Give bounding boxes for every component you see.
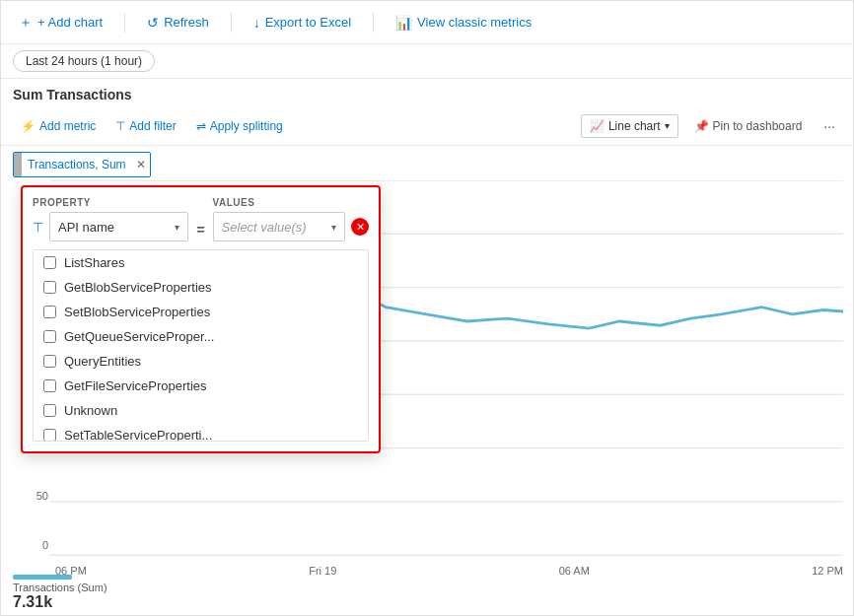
export-excel-button[interactable]: ↓ Export to Excel xyxy=(248,11,357,34)
pin-dashboard-button[interactable]: 📌 Pin to dashboard xyxy=(686,115,811,137)
dropdown-list-item[interactable]: SetTableServiceProperti... xyxy=(34,423,368,442)
refresh-label: Refresh xyxy=(164,15,209,30)
legend-color-bar xyxy=(13,575,72,580)
values-select[interactable]: Select value(s) ▾ xyxy=(213,212,345,241)
values-label: VALUES xyxy=(213,197,369,208)
divider-2 xyxy=(231,13,232,33)
chart-toolbar-left: ⚡ Add metric ⊤ Add filter ⇌ Apply splitt… xyxy=(13,115,577,137)
dropdown-list-item[interactable]: Unknown xyxy=(34,398,368,423)
pin-dashboard-label: Pin to dashboard xyxy=(713,119,803,133)
add-filter-button[interactable]: ⊤ Add filter xyxy=(107,115,183,137)
dropdown-item-label: GetFileServiceProperties xyxy=(64,378,207,393)
line-chart-label: Line chart xyxy=(608,119,661,133)
refresh-icon: ↺ xyxy=(147,15,159,31)
x-label-12pm: 12 PM xyxy=(812,565,843,577)
dropdown-checkbox[interactable] xyxy=(43,281,56,294)
main-container: ＋ + Add chart ↺ Refresh ↓ Export to Exce… xyxy=(0,0,854,616)
chart-content: Transactions, Sum ✕ PROPERTY ⊤ API name … xyxy=(1,146,853,615)
add-chart-label: + Add chart xyxy=(37,15,103,30)
dropdown-list: ListSharesGetBlobServicePropertiesSetBlo… xyxy=(33,249,369,442)
popup-header-row: PROPERTY ⊤ API name ▾ = VALUES Select xyxy=(33,197,369,241)
export-icon: ↓ xyxy=(253,15,260,31)
filter-chip-color xyxy=(14,152,22,177)
dropdown-list-item[interactable]: GetQueueServiceProper... xyxy=(34,324,368,349)
chart-toolbar: ⚡ Add metric ⊤ Add filter ⇌ Apply splitt… xyxy=(1,106,853,146)
ellipsis-icon: ··· xyxy=(823,118,835,134)
dropdown-item-label: ListShares xyxy=(64,255,124,270)
filter-chip-close-button[interactable]: ✕ xyxy=(132,158,150,171)
property-label: PROPERTY xyxy=(33,197,188,208)
property-value-text: API name xyxy=(58,220,114,235)
legend-value: 7.31k xyxy=(13,593,107,611)
divider-1 xyxy=(124,13,125,33)
dropdown-list-item[interactable]: GetFileServiceProperties xyxy=(34,374,368,398)
equals-sign: = xyxy=(196,222,204,238)
dropdown-item-label: Unknown xyxy=(64,403,117,418)
more-button[interactable]: ··· xyxy=(818,114,841,138)
legend-item-transactions: Transactions (Sum) 7.31k xyxy=(13,575,107,611)
apply-splitting-label: Apply splitting xyxy=(210,119,283,133)
dropdown-item-label: GetQueueServiceProper... xyxy=(64,329,214,344)
plus-icon: ＋ xyxy=(19,14,33,32)
time-range-button[interactable]: Last 24 hours (1 hour) xyxy=(13,50,155,72)
view-classic-label: View classic metrics xyxy=(417,15,532,30)
dropdown-list-item[interactable]: GetBlobServiceProperties xyxy=(34,275,368,300)
y-label-50: 50 xyxy=(9,490,48,502)
dropdown-list-item[interactable]: ListShares xyxy=(34,250,368,275)
dropdown-checkbox[interactable] xyxy=(43,404,56,417)
dropdown-item-label: QueryEntities xyxy=(64,354,141,369)
chart-title: Sum Transactions xyxy=(1,79,853,106)
dropdown-checkbox[interactable] xyxy=(43,330,56,343)
filter-bar: Transactions, Sum ✕ xyxy=(1,146,853,183)
values-chevron-icon: ▾ xyxy=(331,222,336,233)
popup-filter-icon: ⊤ xyxy=(33,220,43,235)
apply-splitting-button[interactable]: ⇌ Apply splitting xyxy=(188,115,291,137)
values-section: VALUES Select value(s) ▾ ✕ xyxy=(213,197,369,241)
popup-close-button[interactable]: ✕ xyxy=(351,218,369,236)
legend-title: Transactions (Sum) xyxy=(13,582,107,593)
dropdown-item-label: SetTableServiceProperti... xyxy=(64,428,212,442)
filter-chip-label: Transactions, Sum xyxy=(22,158,132,171)
filter-chip: Transactions, Sum ✕ xyxy=(13,152,151,177)
metrics-icon: 📊 xyxy=(395,15,412,31)
chevron-down-icon: ▾ xyxy=(665,120,670,131)
view-classic-button[interactable]: 📊 View classic metrics xyxy=(390,11,537,34)
add-metric-button[interactable]: ⚡ Add metric xyxy=(13,115,104,137)
pin-icon: 📌 xyxy=(694,119,709,133)
add-chart-button[interactable]: ＋ + Add chart xyxy=(13,10,108,35)
dropdown-item-label: GetBlobServiceProperties xyxy=(64,280,212,295)
dropdown-checkbox[interactable] xyxy=(43,306,56,318)
add-filter-label: Add filter xyxy=(129,119,176,133)
filter-dropdown-popup: PROPERTY ⊤ API name ▾ = VALUES Select xyxy=(21,185,381,453)
line-chart-button[interactable]: 📈 Line chart ▾ xyxy=(581,114,678,138)
chart-toolbar-right: 📈 Line chart ▾ 📌 Pin to dashboard ··· xyxy=(581,114,841,138)
dropdown-checkbox[interactable] xyxy=(43,429,56,442)
filter-icon: ⊤ xyxy=(115,119,125,133)
top-toolbar: ＋ + Add chart ↺ Refresh ↓ Export to Exce… xyxy=(1,1,853,44)
export-excel-label: Export to Excel xyxy=(265,15,351,30)
dropdown-checkbox[interactable] xyxy=(43,355,56,368)
dropdown-checkbox[interactable] xyxy=(43,379,56,392)
line-chart-icon: 📈 xyxy=(590,119,605,133)
chart-legend: Transactions (Sum) 7.31k xyxy=(13,575,107,611)
split-icon: ⇌ xyxy=(196,119,206,133)
add-metric-icon: ⚡ xyxy=(21,119,36,133)
time-range-label: Last 24 hours (1 hour) xyxy=(26,54,142,68)
refresh-button[interactable]: ↺ Refresh xyxy=(141,11,215,34)
property-chevron-icon: ▾ xyxy=(175,222,179,233)
x-label-06am: 06 AM xyxy=(559,565,590,577)
add-metric-label: Add metric xyxy=(39,119,96,133)
property-section: PROPERTY ⊤ API name ▾ xyxy=(33,197,188,241)
time-range-section: Last 24 hours (1 hour) xyxy=(1,44,853,79)
dropdown-list-item[interactable]: QueryEntities xyxy=(34,349,368,374)
dropdown-checkbox[interactable] xyxy=(43,256,56,269)
chart-title-text: Sum Transactions xyxy=(13,87,132,103)
dropdown-list-item[interactable]: SetBlobServiceProperties xyxy=(34,300,368,324)
property-select[interactable]: API name ▾ xyxy=(49,212,188,241)
x-label-fri19: Fri 19 xyxy=(309,565,336,577)
x-axis-labels: 06 PM Fri 19 06 AM 12 PM xyxy=(55,561,843,581)
values-placeholder-text: Select value(s) xyxy=(222,220,307,235)
divider-3 xyxy=(373,13,374,33)
dropdown-item-label: SetBlobServiceProperties xyxy=(64,305,210,319)
y-label-0: 0 xyxy=(9,539,48,551)
